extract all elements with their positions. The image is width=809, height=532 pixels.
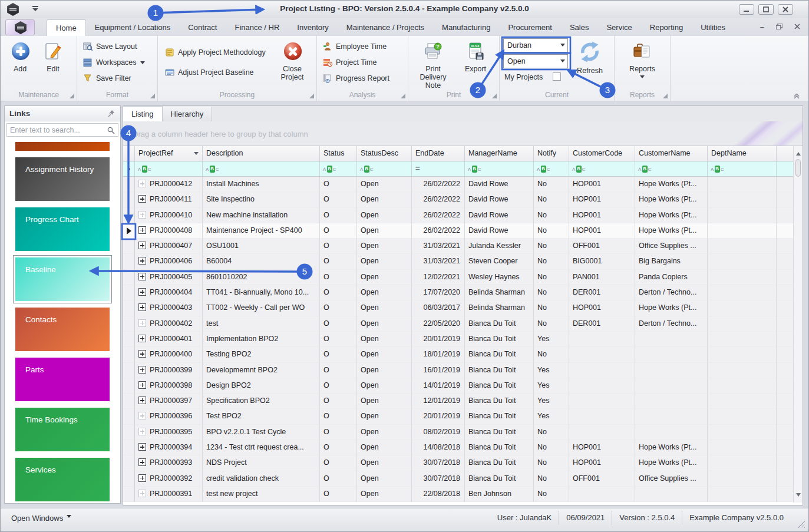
expand-icon[interactable] [138,458,146,466]
mdi-restore-button[interactable] [776,22,782,32]
table-row-prj0000404[interactable]: PRJ0000404TT041 - Bi-annually, Mono 10..… [123,285,794,300]
table-row-prj0000392[interactable]: PRJ0000392credit validation checkOOpen30… [123,471,794,487]
employee-time-button[interactable]: Employee Time [323,41,387,52]
expand-icon[interactable] [138,396,146,404]
processing-dialog-launcher[interactable] [309,94,314,98]
table-row-prj0000391[interactable]: PRJ0000391test new projectOOpen22/08/201… [123,487,794,502]
column-header-statusdesc[interactable]: StatusDesc [357,146,412,161]
expand-icon[interactable] [138,195,146,203]
table-row-prj0000412[interactable]: PRJ0000412Install MachinesOOpen26/02/202… [123,177,794,192]
table-row-prj0000399[interactable]: PRJ0000399Developmemnt BPO2OOpen16/01/20… [123,363,794,378]
format-dialog-launcher[interactable] [150,94,155,98]
ribbon-tab-inventory[interactable]: Inventory [288,19,337,36]
table-row-prj0000394[interactable]: PRJ00003941234 - Test ctrt request crea.… [123,440,794,455]
table-row-prj0000407[interactable]: PRJ0000407OSU1001OOpen31/03/2021Julanda … [123,239,794,254]
expand-icon[interactable] [138,273,146,280]
column-header-projectref[interactable]: ProjectRef [135,146,203,161]
link-tile-assignment-history[interactable]: Assignment History [15,157,110,201]
filter-cell-managername[interactable]: ABC [465,161,534,177]
link-tile-partial[interactable] [15,142,110,151]
grid-tab-listing[interactable]: Listing [123,106,163,121]
minimize-button[interactable] [739,4,754,15]
grid-tab-hierarchy[interactable]: Hierarchy [163,107,213,122]
column-header-customercode[interactable]: CustomerCode [569,146,635,161]
table-row-prj0000411[interactable]: PRJ0000411Site InspectinoOOpen26/02/2022… [123,192,794,207]
expand-icon[interactable] [138,303,146,311]
expand-icon[interactable] [138,381,146,389]
table-row-prj0000398[interactable]: PRJ0000398Design BPO2OOpen14/01/2019Bian… [123,378,794,394]
filter-cell-projectref[interactable]: ABC [135,161,203,177]
ribbon-tab-manufacturing[interactable]: Manufacturing [433,19,499,36]
filter-cell-enddate[interactable]: = [412,161,465,177]
analysis-dialog-launcher[interactable] [401,94,405,98]
save-layout-button[interactable]: Save Layout [83,41,137,52]
filter-cell-customername[interactable]: ABC [635,161,708,177]
link-tile-contacts[interactable]: Contacts [15,308,110,351]
link-tile-time-bookings[interactable]: Time Bookings [15,408,110,451]
column-header-deptname[interactable]: DeptName [708,146,777,161]
refresh-button[interactable]: Refresh [572,41,608,75]
export-button[interactable]: XLSX Export [460,42,491,73]
scroll-up-icon[interactable] [796,150,801,156]
links-search-input[interactable]: Enter text to search... [6,123,118,137]
column-header-status[interactable]: Status [320,146,357,161]
maximize-button[interactable] [758,4,774,15]
filter-cell-status[interactable]: ABC [320,161,357,177]
vertical-scrollbar[interactable] [793,146,803,503]
column-header-enddate[interactable]: EndDate [412,146,465,161]
link-tile-baseline[interactable]: Baseline [15,257,110,301]
table-row-prj0000393[interactable]: PRJ0000393NDS ProjectOOpen30/07/2018Bian… [123,455,794,471]
filter-cell-description[interactable]: ABC [203,161,320,177]
link-tile-progress-chart[interactable]: Progress Chart [15,207,110,251]
expand-icon[interactable] [138,242,146,249]
expand-icon[interactable] [138,226,146,234]
workspaces-button[interactable]: Workspaces [83,57,145,68]
table-row-prj0000406[interactable]: PRJ0000406B60004OOpen31/03/2021Steven Co… [123,254,794,269]
ribbon-tab-sales[interactable]: Sales [561,19,598,36]
table-row-prj0000402[interactable]: PRJ0000402testOOpen22/05/2020Bianca Du T… [123,316,794,332]
apply-project-methodology-button[interactable]: Apply Project Methodology [165,47,266,58]
table-row-prj0000408[interactable]: PRJ0000408Maintenance Project - SP400OOp… [123,223,794,239]
mdi-minimize-button[interactable]: – [760,22,764,32]
application-button[interactable] [5,19,35,35]
progress-report-button[interactable]: Progress Report [323,72,389,84]
link-tile-services[interactable]: Services [15,458,110,501]
project-time-button[interactable]: Project Time [323,57,377,68]
filter-cell-deptname[interactable]: ABC [708,161,777,177]
reports-dialog-launcher[interactable] [663,94,668,98]
expand-icon[interactable] [138,366,146,374]
ribbon-tab-finance-hr[interactable]: Finance / HR [226,19,288,36]
table-row-prj0000405[interactable]: PRJ00004058601010202OOpen12/02/2021Wesle… [123,270,794,285]
table-row-prj0000396[interactable]: PRJ0000396Test BPO2OOpen20/01/2019Bianca… [123,409,794,424]
table-row-prj0000410[interactable]: PRJ0000410New machine installationOOpen2… [123,208,794,223]
open-windows-button[interactable]: Open Windows [11,514,71,523]
save-filter-button[interactable]: Save Filter [83,72,131,84]
status-combobox[interactable]: Open [503,54,568,68]
link-tile-parts[interactable]: Parts [15,358,110,401]
reports-button[interactable]: Reports [625,42,659,82]
mdi-close-button[interactable] [794,22,800,32]
ribbon-tab-service[interactable]: Service [597,19,640,36]
maintenance-dialog-launcher[interactable] [70,94,74,98]
add-button[interactable]: Add [6,42,34,73]
edit-button[interactable]: Edit [39,42,67,73]
ribbon-tab-procurement[interactable]: Procurement [499,19,560,36]
column-header-managername[interactable]: ManagerName [465,146,534,161]
expand-icon[interactable] [138,257,146,265]
my-projects-checkbox[interactable] [553,72,561,81]
table-row-prj0000397[interactable]: PRJ0000397Specification BPO2OOpen12/01/2… [123,394,794,409]
filter-cell-statusdesc[interactable]: ABC [357,161,412,177]
column-header-notify[interactable]: Notify [534,146,569,161]
ribbon-tab-home[interactable]: Home [47,19,86,36]
close-button[interactable] [778,4,793,15]
close-project-button[interactable]: Close Project [275,42,310,81]
ribbon-tab-reporting[interactable]: Reporting [641,19,692,36]
scroll-down-icon[interactable] [796,493,801,499]
resize-grip[interactable] [798,521,805,528]
expand-icon[interactable] [138,335,146,342]
ribbon-tab-contract[interactable]: Contract [179,19,226,36]
expand-icon[interactable] [138,443,146,451]
ribbon-tab-maintenance-projects[interactable]: Maintenance / Projects [338,19,433,36]
expand-icon[interactable] [138,350,146,358]
print-delivery-note-button[interactable]: ? Print Delivery Note [413,42,453,90]
